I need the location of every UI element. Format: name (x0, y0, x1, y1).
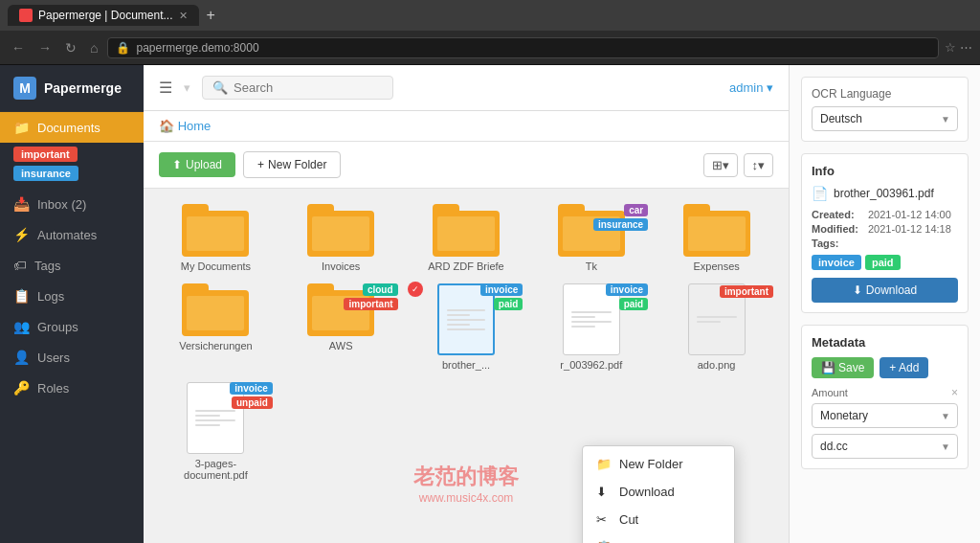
ctx-cut-label: Cut (619, 512, 638, 527)
amount-close-button[interactable]: × (951, 386, 958, 399)
nav-forward-button[interactable]: → (34, 38, 56, 57)
file-item-tk[interactable]: car insurance Tk (534, 204, 648, 272)
tag-insurance-pill[interactable]: insurance (13, 166, 78, 181)
active-tab[interactable]: Papermerge | Document... ✕ (8, 5, 199, 26)
download-button[interactable]: ⬇ Download (812, 278, 958, 303)
amount-field-label: Amount × (812, 386, 958, 399)
save-button[interactable]: 💾 Save (812, 357, 874, 378)
add-button[interactable]: + Add (880, 357, 928, 378)
file-tag-paid: paid (619, 298, 649, 310)
file-item-aws[interactable]: cloud important AWS (284, 283, 398, 371)
tab-favicon (19, 9, 33, 22)
sidebar-item-roles[interactable]: 🔑 Roles (0, 373, 144, 403)
ctx-paste[interactable]: 📋 Paste ▶ (583, 533, 734, 543)
new-folder-button[interactable]: + New Folder (243, 151, 341, 178)
nav-actions: ☆ ⋯ (945, 40, 972, 55)
logo-text: Papermerge (44, 80, 122, 96)
sidebar-item-users[interactable]: 👤 Users (0, 342, 144, 373)
sidebar-item-tags[interactable]: 🏷 Tags (0, 250, 144, 281)
ctx-new-folder[interactable]: 📁 New Folder (583, 450, 734, 478)
doc-line (195, 424, 219, 426)
roles-icon: 🔑 (13, 380, 30, 396)
folder-inner (187, 296, 244, 330)
menu-icon[interactable]: ⋯ (960, 40, 972, 55)
file-label: Tk (586, 260, 597, 272)
sidebar-item-groups-label: Groups (37, 320, 78, 334)
file-label: Invoices (322, 260, 360, 272)
tag-important-pill[interactable]: important (13, 147, 78, 162)
info-modified-row: Modified: 2021-01-12 14:18 (812, 223, 958, 235)
sidebar-item-inbox[interactable]: 📥 Inbox (2) (0, 189, 144, 219)
file-item-r003962[interactable]: invoice paid r_003962.pdf (534, 283, 648, 371)
ctx-new-folder-label: New Folder (619, 457, 682, 471)
sidebar-item-automates[interactable]: ⚡ Automates (0, 219, 144, 250)
folder-icon (683, 204, 750, 257)
url-text: papermerge.demo:8000 (136, 41, 258, 55)
tags-icon: 🏷 (13, 258, 27, 273)
metadata-title: Metadata (812, 335, 958, 350)
file-item-my-documents[interactable]: My Documents (159, 204, 273, 272)
admin-button[interactable]: admin ▾ (729, 80, 773, 95)
ocr-language-label: OCR Language (812, 87, 958, 101)
nav-refresh-button[interactable]: ↻ (61, 38, 80, 57)
save-icon: 💾 (821, 361, 835, 374)
file-tag-car: car (624, 204, 648, 216)
main-header: ☰ ▾ 🔍 admin ▾ (144, 65, 789, 111)
ctx-cut[interactable]: ✂ Cut (583, 506, 734, 533)
folder-inner (187, 216, 244, 251)
sidebar-item-users-label: Users (37, 351, 70, 365)
monetary-select[interactable]: Monetary Text Number (812, 403, 958, 428)
file-tag-paid: paid (494, 298, 523, 310)
files-grid: My Documents Invoices (159, 204, 773, 481)
folder-body (307, 211, 374, 257)
file-item-ard-zdf[interactable]: ARD ZDF Briefe (410, 204, 523, 272)
info-tags-row: Tags: (812, 238, 958, 249)
grid-view-button[interactable]: ⊞▾ (703, 153, 738, 177)
file-tag-invoice: invoice (230, 382, 272, 395)
toolbar-right: ⊞▾ ↕▾ (703, 153, 774, 177)
ctx-download[interactable]: ⬇ Download (583, 478, 734, 506)
nav-back-button[interactable]: ← (8, 38, 29, 57)
hamburger-icon[interactable]: ☰ (159, 79, 172, 97)
breadcrumb-home-link[interactable]: Home (178, 119, 212, 133)
info-tag-invoice: invoice (812, 255, 861, 270)
logs-icon: 📋 (13, 288, 30, 304)
ocr-language-select[interactable]: Deutsch English French (812, 106, 958, 131)
sidebar-item-groups[interactable]: 👥 Groups (0, 311, 144, 342)
upload-button[interactable]: ⬆ Upload (159, 152, 235, 177)
address-bar[interactable]: 🔒 papermerge.demo:8000 (107, 37, 939, 58)
file-item-3pages[interactable]: invoice unpaid 3-pages-document.pdf (159, 382, 273, 481)
browser-chrome: Papermerge | Document... ✕ + (0, 0, 980, 31)
info-filename: brother_003961.pdf (834, 187, 934, 200)
sidebar-item-logs[interactable]: 📋 Logs (0, 281, 144, 311)
file-label: r_003962.pdf (560, 359, 622, 371)
sidebar-item-documents-label: Documents (37, 121, 100, 135)
bookmark-icon[interactable]: ☆ (945, 40, 956, 55)
download-icon: ⬇ (853, 283, 862, 297)
file-label: brother_... (442, 359, 490, 371)
nav-home-button[interactable]: ⌂ (86, 38, 101, 57)
folder-inner (437, 216, 495, 251)
tab-close[interactable]: ✕ (179, 10, 188, 22)
file-item-invoices[interactable]: Invoices (284, 204, 398, 272)
file-item-expenses[interactable]: Expenses (659, 204, 773, 272)
file-item-versicherungen[interactable]: Versicherungen (159, 283, 273, 371)
new-folder-label: New Folder (268, 158, 326, 171)
info-tags: invoice paid (812, 255, 958, 270)
format-select[interactable]: dd.cc mm.dd.yyyy yyyy-mm-dd (812, 434, 958, 459)
search-input[interactable] (234, 80, 348, 95)
search-bar[interactable]: 🔍 (202, 76, 393, 100)
ocr-select-wrapper: Deutsch English French (812, 106, 958, 131)
folder-body (182, 290, 249, 336)
sidebar-item-tags-label: Tags (34, 259, 60, 273)
info-tag-paid: paid (865, 255, 901, 270)
file-item-brother-003961[interactable]: ✓ invoice paid (410, 283, 523, 371)
add-tab-button[interactable]: + (203, 7, 219, 24)
sidebar-item-documents[interactable]: 📁 Documents (0, 112, 144, 143)
folder-inner (688, 216, 746, 251)
info-title: Info (812, 164, 958, 178)
file-item-ado-png[interactable]: important ado.png (659, 283, 773, 371)
sort-button[interactable]: ↕▾ (744, 153, 774, 177)
info-created-row: Created: 2021-01-12 14:00 (812, 209, 958, 220)
format-select-wrapper: dd.cc mm.dd.yyyy yyyy-mm-dd (812, 434, 958, 459)
